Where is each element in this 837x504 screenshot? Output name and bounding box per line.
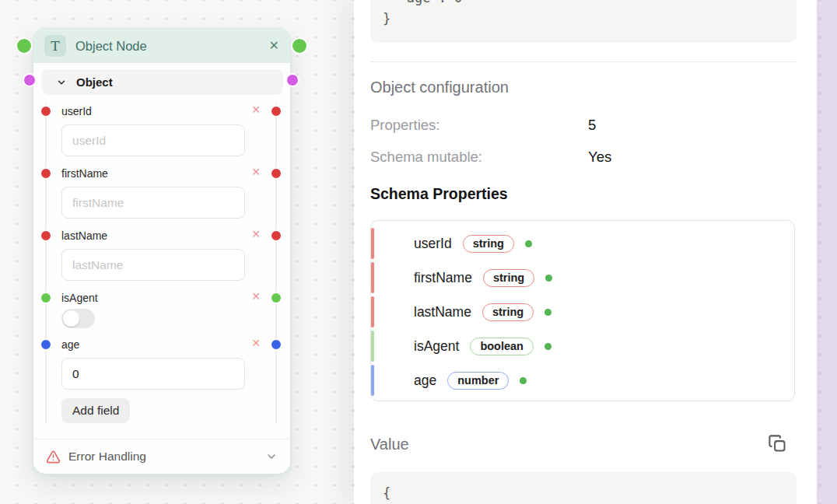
- schema-mutable-value: Yes: [588, 149, 611, 166]
- delete-field-age-icon[interactable]: ✕: [249, 337, 263, 349]
- object-section-toggle[interactable]: Object: [42, 69, 283, 95]
- copy-icon: [767, 433, 788, 454]
- value-heading: Value: [370, 436, 409, 453]
- lastname-output-handle[interactable]: [270, 229, 282, 242]
- firstname-output-handle[interactable]: [270, 167, 282, 180]
- object-section-label: Object: [76, 75, 113, 89]
- object-configuration-heading: Object configuration: [370, 79, 509, 96]
- code-line: {: [383, 485, 390, 501]
- lastname-field[interactable]: [61, 249, 245, 281]
- type-color-bar: [371, 296, 374, 327]
- error-handling-toggle[interactable]: Error Handling: [33, 439, 290, 474]
- field-label-lastname: lastName: [61, 229, 107, 242]
- status-dot-icon: [525, 240, 532, 247]
- handle-rail-right: [275, 103, 277, 424]
- age-output-handle[interactable]: [270, 338, 282, 351]
- list-item: lastName string: [371, 295, 794, 329]
- firstname-field[interactable]: [61, 187, 245, 219]
- properties-value: 5: [588, 117, 596, 134]
- flow-canvas[interactable]: T Object Node ✕ Object userId ✕ firstNam…: [0, 0, 837, 504]
- age-field[interactable]: [61, 358, 245, 390]
- object-output-handle[interactable]: [285, 73, 299, 87]
- isagent-output-handle[interactable]: [270, 292, 282, 304]
- error-handling-label: Error Handling: [68, 450, 146, 464]
- close-icon[interactable]: ✕: [269, 40, 279, 52]
- list-item: userId string: [371, 226, 794, 261]
- type-color-bar: [371, 262, 374, 293]
- add-field-button[interactable]: Add field: [61, 398, 130, 423]
- warning-triangle-icon: [46, 450, 61, 464]
- type-badge: string: [463, 235, 514, 253]
- age-input-handle[interactable]: [40, 338, 52, 351]
- delete-field-lastname-icon[interactable]: ✕: [249, 228, 263, 240]
- isagent-toggle[interactable]: [61, 309, 95, 328]
- property-name: age: [414, 373, 436, 389]
- userid-field[interactable]: [61, 124, 245, 156]
- field-label-userid: userId: [61, 105, 92, 117]
- field-label-isagent: isAgent: [61, 292, 98, 304]
- field-label-age: age: [61, 338, 79, 351]
- property-name: userId: [414, 236, 452, 252]
- delete-field-firstname-icon[interactable]: ✕: [249, 166, 263, 178]
- code-line: "age": 0: [383, 0, 462, 5]
- list-item: isAgent boolean: [371, 329, 794, 363]
- property-name: firstName: [414, 270, 472, 286]
- chevron-down-icon: [56, 77, 67, 88]
- node-title: Object Node: [75, 39, 147, 54]
- lastname-input-handle[interactable]: [40, 229, 52, 242]
- userid-output-handle[interactable]: [270, 105, 282, 117]
- status-dot-icon: [545, 309, 552, 316]
- status-dot-icon: [545, 343, 552, 350]
- node-header[interactable]: T Object Node ✕: [33, 29, 290, 63]
- property-name: lastName: [414, 304, 471, 320]
- details-panel: "age": 0 } Object configuration Properti…: [354, 0, 817, 504]
- type-badge: boolean: [470, 338, 534, 355]
- list-item: firstName string: [371, 261, 794, 295]
- schema-properties-list: userId string firstName string lastName …: [370, 220, 795, 401]
- node-output-handle[interactable]: [291, 37, 308, 54]
- schema-mutable-label: Schema mutable:: [370, 149, 482, 166]
- list-item: age number: [371, 363, 794, 397]
- type-badge: string: [483, 269, 534, 287]
- firstname-input-handle[interactable]: [40, 167, 52, 180]
- toggle-knob: [63, 310, 79, 327]
- schema-code-block: "age": 0 }: [370, 0, 797, 43]
- isagent-input-handle[interactable]: [40, 292, 52, 304]
- code-line: }: [383, 11, 390, 26]
- object-input-handle[interactable]: [23, 73, 37, 87]
- userid-input-handle[interactable]: [40, 105, 52, 117]
- chevron-down-icon: [265, 450, 278, 463]
- handle-rail-left: [45, 103, 47, 424]
- object-node-card[interactable]: T Object Node ✕ Object userId ✕ firstNam…: [33, 28, 291, 474]
- text-type-icon: T: [44, 35, 66, 57]
- delete-field-isagent-icon[interactable]: ✕: [249, 290, 263, 303]
- status-dot-icon: [520, 377, 527, 384]
- type-badge: number: [447, 372, 509, 390]
- node-input-handle[interactable]: [16, 37, 33, 54]
- type-color-bar: [371, 331, 374, 362]
- value-code-block: {: [370, 472, 797, 504]
- type-color-bar: [371, 365, 374, 396]
- status-dot-icon: [545, 275, 552, 282]
- type-color-bar: [371, 228, 374, 259]
- field-label-firstname: firstName: [61, 167, 108, 180]
- type-badge: string: [482, 303, 534, 321]
- schema-properties-heading: Schema Properties: [370, 185, 508, 203]
- delete-field-userid-icon[interactable]: ✕: [249, 103, 263, 116]
- copy-button[interactable]: [765, 431, 790, 456]
- property-name: isAgent: [414, 338, 459, 355]
- section-divider: [370, 61, 797, 62]
- properties-label: Properties:: [370, 117, 440, 134]
